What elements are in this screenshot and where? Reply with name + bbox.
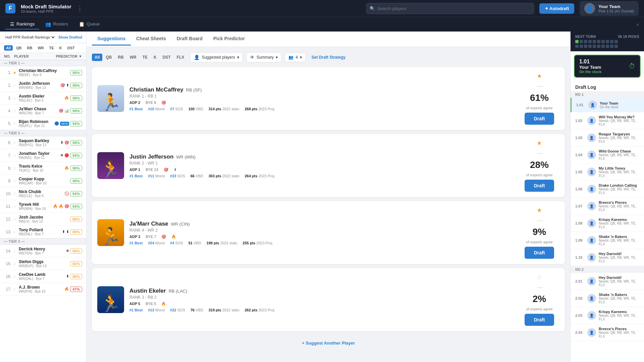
- pick-row-1-03[interactable]: 1.03 👤 Reagor Targaryen Needs: QB, RB, W…: [571, 129, 644, 146]
- pick-row-2-04[interactable]: 2.04 👤 Breece's Pieces Needs: QB, RB, WR…: [571, 324, 644, 341]
- search-input[interactable]: [366, 3, 534, 14]
- player-row[interactable]: 12.☆Josh JacobsRB(LV) · Bye 1388%: [0, 213, 86, 226]
- favorite-icon[interactable]: ★: [537, 206, 542, 214]
- summary-dropdown[interactable]: 👁 Summary ▾: [246, 52, 281, 62]
- predictor-score: 99%: [70, 83, 82, 88]
- pick-details: Reagor Targaryen Needs: QB, RB, WR, TE, …: [599, 132, 639, 143]
- predictor-score: 99%: [70, 166, 82, 171]
- count-dropdown[interactable]: 👥 4 ▾: [285, 53, 306, 62]
- pick-row-2-03[interactable]: 2.03 👤 Krispy Kareems Needs: QB, RB, WR,…: [571, 307, 644, 324]
- show-drafted-button[interactable]: Show Drafted: [58, 35, 82, 39]
- player-row[interactable]: 4.☆Ja'Marr ChaseWR(CIN) · Bye 7🎯📊99%: [0, 105, 86, 117]
- nav-rosters[interactable]: 👥 Rosters: [41, 19, 73, 29]
- player-row[interactable]: 7.☆Jonathan TaylorRB(IND) · Bye 11❄🔴94%: [0, 149, 86, 162]
- pos-filter-dst[interactable]: DST: [65, 45, 77, 51]
- player-row[interactable]: 8.☆Travis KelceTE(KC) · Bye 10🔥99%: [0, 162, 86, 175]
- star-icon: ☆: [11, 140, 17, 145]
- more-icon[interactable]: ⋮: [77, 5, 83, 12]
- pick-row-1-01[interactable]: 1.01 👤 Your Team On the clock: [571, 98, 644, 112]
- pick-row-1-07[interactable]: 1.07 👤 Breece's Pieces Needs: QB, RB, WR…: [571, 198, 644, 215]
- center-pos-all[interactable]: All: [92, 54, 102, 61]
- player-row[interactable]: 11.☆Tyreek HillWR(MIA) · Bye 10🔥🔥🎯94%: [0, 200, 86, 213]
- pick-dot: [580, 40, 583, 43]
- collapse-sidebar-button[interactable]: ‹: [637, 21, 639, 27]
- draft-button-ekeler[interactable]: Draft: [525, 314, 554, 326]
- draft-button-chase[interactable]: Draft: [525, 247, 554, 259]
- more-options-icon[interactable]: ⋯: [537, 149, 543, 157]
- pos-filter-all[interactable]: All: [4, 45, 13, 51]
- center-pos-qb[interactable]: QB: [103, 54, 114, 61]
- autodraft-button[interactable]: ✦ Autodraft: [539, 3, 575, 14]
- tab-suggestions[interactable]: Suggestions: [92, 33, 131, 46]
- player-row[interactable]: 13.☆Tony PollardRB(DAL) · Bye 7⬆⬇88%: [0, 226, 86, 238]
- pick-details: Hey Darnold! Needs: QB, RB, WR, TE, FLX: [599, 276, 639, 287]
- center-pos-te[interactable]: TE: [140, 54, 150, 61]
- predictor-score: 94%: [70, 204, 82, 209]
- player-row[interactable]: 9.☆Cooper KuppWR(LAR) · Bye 1099%: [0, 175, 86, 187]
- favorite-icon[interactable]: ★: [537, 139, 542, 147]
- set-draft-strategy-link[interactable]: Set Draft Strategy: [312, 55, 345, 60]
- center-pos-flx[interactable]: FLX: [174, 54, 187, 61]
- pick-row-1-04[interactable]: 1.04 👤 Wild Goose Chase Needs: QB, RB, W…: [571, 146, 644, 164]
- predictor-score: 99%: [70, 140, 82, 145]
- player-row[interactable]: 14.☆Derrick HenryRB(TEN) · Bye 7❄88%: [0, 245, 86, 257]
- player-row[interactable]: 1.★Christian McCaffreyRB(SF) · Bye 999%: [0, 66, 86, 79]
- player-row[interactable]: 10.☆Nick ChubbRB(CLE) · Bye 5🚫94%: [0, 187, 86, 200]
- players-list: — Tier 1 — 1.★Christian McCaffreyRB(SF) …: [0, 60, 86, 362]
- ranking-select[interactable]: Half PPR Redraft Rankings: [4, 35, 56, 40]
- pos-filter-wr[interactable]: WR: [36, 45, 46, 51]
- star-icon: ☆: [11, 83, 17, 88]
- center-pos-rb[interactable]: RB: [115, 54, 126, 61]
- round-1-header: RD 1: [571, 91, 644, 98]
- on-clock-pick: 1.01: [579, 59, 601, 65]
- pick-row-1-06[interactable]: 1.06 👤 Drake London Calling Needs: QB, R…: [571, 181, 644, 198]
- player-row[interactable]: 3.☆Austin EkelerRB(LAC) · Bye 5🔥99%: [0, 92, 86, 105]
- tab-cheat-sheets[interactable]: Cheat Sheets: [131, 33, 171, 46]
- pick-row-2-02[interactable]: 2.02 👤 Shake 'n Bakers Needs: QB, RB, WR…: [571, 290, 644, 307]
- predictor-score: 94%: [70, 153, 82, 158]
- pos-filter-k[interactable]: K: [57, 45, 64, 51]
- pick-row-2-01[interactable]: 2.01 👤 Hey Darnold! Needs: QB, RB, WR, T…: [571, 273, 644, 290]
- favorite-icon[interactable]: ☆: [537, 274, 542, 281]
- more-options-icon[interactable]: ⋯: [537, 217, 543, 224]
- pick-row-1-10[interactable]: 1.10 👤 Hey Darnold! Needs: QB, RB, WR, T…: [571, 249, 644, 266]
- more-options-icon[interactable]: ⋯: [537, 82, 543, 90]
- suggest-another-button[interactable]: + Suggest Another Player: [92, 335, 565, 351]
- player-row[interactable]: 16.☆CeeDee LambWR(DAL) · Bye 7⬆88%: [0, 270, 86, 283]
- chart-icon: 📊: [64, 109, 69, 113]
- center-pos-k[interactable]: K: [151, 54, 159, 61]
- pos-filter-te[interactable]: TE: [47, 45, 56, 51]
- player-row[interactable]: 5.☆Bijan RobinsonRB(ATL) · Bye 11🔵NEW94%: [0, 117, 86, 130]
- draft-button-jefferson[interactable]: Draft: [525, 180, 554, 192]
- center-pos-wr[interactable]: WR: [127, 54, 139, 61]
- player-row[interactable]: 15.☆Stefon DiggsWR(BUF) · Bye 1382%: [0, 257, 86, 270]
- favorite-icon[interactable]: ★: [537, 72, 542, 80]
- pick-row-1-05[interactable]: 1.05 👤 My Little Toney Needs: QB, RB, WR…: [571, 164, 644, 181]
- pick-details: Krispy Kareems Needs: QB, RB, WR, TE, FL…: [599, 310, 639, 321]
- pick-row-1-02[interactable]: 1.02 👤 Will You Murray Me? Needs: QB, RB…: [571, 112, 644, 129]
- rankings-icon: ☰: [10, 21, 14, 27]
- col-predictor[interactable]: PREDICTOR ▼: [56, 54, 82, 58]
- tab-draft-board[interactable]: Draft Board: [171, 33, 208, 46]
- tab-pick-predictor[interactable]: Pick Predictor: [208, 33, 250, 46]
- player-row[interactable]: 2.☆Justin JeffersonWR(MIN) · Bye 13🎯⬆99%: [0, 79, 86, 92]
- draft-button-mccaffrey[interactable]: Draft: [525, 113, 554, 125]
- suggested-players-dropdown[interactable]: 👤 Suggested players ▾: [190, 52, 243, 62]
- down-icon: ⬇: [66, 230, 69, 234]
- center-pos-dst[interactable]: DST: [160, 54, 173, 61]
- pick-row-1-09[interactable]: 1.09 👤 Shake 'n Bakers Needs: QB, RB, WR…: [571, 232, 644, 249]
- pick-dot: [588, 45, 592, 48]
- player-row[interactable]: 17.☆A.J. BrownWR(PHI) · Bye 10🔥47%: [0, 283, 86, 296]
- pick-row-1-08[interactable]: 1.08 👤 Krispy Kareems Needs: QB, RB, WR,…: [571, 215, 644, 232]
- predictor-score: 47%: [70, 287, 82, 292]
- on-clock-label: On the clock: [579, 70, 601, 74]
- pos-filter-rb[interactable]: RB: [25, 45, 35, 51]
- more-options-icon[interactable]: ⋯: [537, 284, 543, 291]
- nav-rankings[interactable]: ☰ Rankings: [5, 19, 39, 29]
- nav-queue[interactable]: 📋 Queue: [74, 19, 104, 29]
- queue-icon: 📋: [79, 21, 85, 27]
- player-row[interactable]: 6.☆Saquon BarkleyRB(NYG) · Bye 13⬆🎯99%: [0, 136, 86, 149]
- pos-filter-qb[interactable]: QB: [14, 45, 24, 51]
- on-clock-team: Your Team: [579, 65, 601, 70]
- star-icon: ☆: [11, 179, 17, 183]
